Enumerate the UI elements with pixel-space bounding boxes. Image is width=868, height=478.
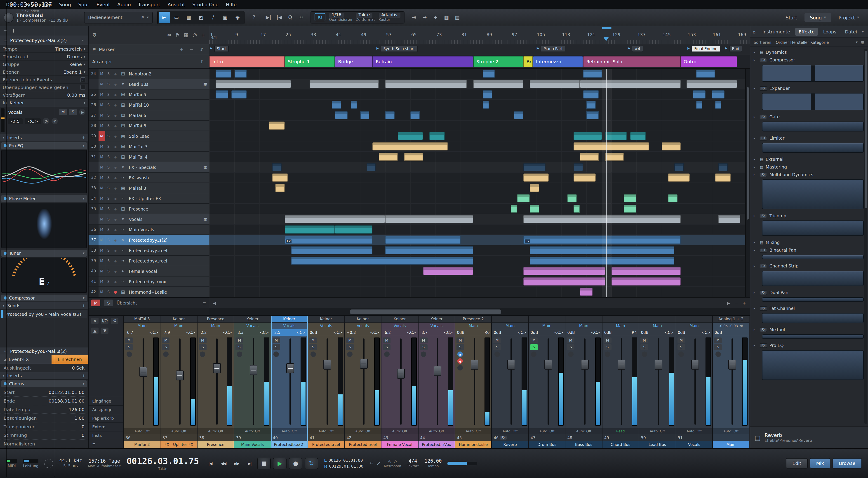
strip-output-label[interactable]: Main	[639, 323, 676, 329]
pan-knob[interactable]	[237, 351, 242, 357]
marker-track-header[interactable]: ⚑ Marker + − ♪	[89, 44, 209, 55]
clip[interactable]	[234, 70, 247, 78]
browser-item-mastering[interactable]: ▸▦Mastering	[750, 163, 868, 171]
clip[interactable]	[379, 153, 398, 161]
track-mute-button[interactable]: M	[98, 131, 105, 141]
mute-button[interactable]: M	[346, 338, 354, 343]
track-mute-button[interactable]: M	[98, 162, 105, 172]
clip[interactable]	[624, 205, 637, 213]
section-outro[interactable]: Outro	[680, 56, 737, 67]
strip-gain-pan[interactable]: -6.7<C>	[124, 329, 160, 336]
solo-button[interactable]: S	[162, 344, 170, 350]
clip[interactable]	[574, 205, 580, 213]
strip-gain-pan[interactable]: -6.2<C>	[381, 329, 418, 336]
fader-handle[interactable]	[655, 359, 662, 369]
track-mute-button[interactable]: M	[98, 214, 105, 224]
zoom-tool-icon[interactable]: Q	[285, 12, 295, 22]
mute-button[interactable]: M	[420, 338, 427, 343]
solo-button[interactable]: S	[236, 344, 243, 350]
clip[interactable]	[275, 184, 285, 192]
automation-mode[interactable]: Auto: Off	[529, 428, 565, 434]
track-row-female-vocal[interactable]: 40MS●≈Female Vocal	[89, 266, 209, 277]
clip[interactable]	[611, 267, 680, 275]
menu-item-song[interactable]: Song	[56, 1, 74, 7]
track-row-maitai-10[interactable]: 26MS●▤MaiTai 10	[89, 100, 209, 110]
clip[interactable]	[483, 101, 489, 109]
grid-icon[interactable]: ▦	[184, 32, 189, 38]
browser-item-binaural-pan[interactable]: ▸FXBinaural Pan	[750, 246, 868, 254]
clip-area[interactable]: FxFx	[209, 69, 750, 297]
browser-item-tricomp[interactable]: ▸FXTricomp	[750, 212, 868, 220]
eraser-tool[interactable]: ◩	[195, 12, 207, 23]
solo-button[interactable]: S	[493, 344, 501, 350]
clip[interactable]	[216, 70, 231, 78]
track-record-button[interactable]: ●	[112, 100, 119, 110]
mute-button[interactable]: M	[125, 338, 133, 343]
clip[interactable]	[715, 101, 721, 109]
goto-end-button[interactable]: ▶|	[244, 459, 255, 468]
mute-button[interactable]: M	[273, 338, 280, 343]
loop-button[interactable]: ↻	[305, 457, 318, 469]
automation-mode[interactable]: Auto: Off	[308, 428, 344, 434]
rack-icon[interactable]: ▤	[453, 12, 462, 22]
strip-gain-pan[interactable]: 0dB<C>	[308, 329, 344, 336]
menu-item-event[interactable]: Event	[93, 1, 113, 7]
track-record-button[interactable]: ●	[112, 121, 119, 131]
mixer-strip-presence[interactable]: PresenceMain-2.2<C>MSAuto: Off38Presence	[197, 316, 234, 448]
track-row-protectedbyy-rcel[interactable]: 38MS●≈Protectedbyy..rcel	[89, 245, 209, 256]
bank-papierkorb[interactable]: Papierkorb	[89, 414, 123, 422]
strip-gain-pan[interactable]: +0.3<C>	[345, 329, 381, 336]
strip-gain-pan[interactable]: -2.5<C>	[271, 329, 308, 336]
track-solo-button[interactable]: S	[105, 79, 112, 89]
add-event-insert-button[interactable]: +	[82, 373, 86, 378]
clip[interactable]	[586, 111, 599, 119]
fader-handle[interactable]	[286, 363, 294, 373]
clip[interactable]	[385, 111, 395, 119]
strip-output-label[interactable]: -0.05-0.03◀)	[713, 323, 749, 329]
mixer-strip-maitai-3[interactable]: MaiTai 3Main-6.7<C>MSAuto: Off36MaiTai 3	[124, 316, 161, 448]
playhead-flag[interactable]	[603, 37, 609, 44]
clip[interactable]	[429, 132, 445, 140]
clip[interactable]	[530, 80, 580, 88]
track-record-button[interactable]: ●	[112, 266, 119, 276]
automation-mode[interactable]: Auto: Off	[381, 428, 418, 434]
automation-mode[interactable]: Auto: Off	[455, 428, 492, 434]
track-row-maitai-5[interactable]: 25MS●▤MaiTai 5	[89, 90, 209, 100]
track-solo-button[interactable]: S	[105, 204, 112, 214]
track-mute-button[interactable]: M	[98, 183, 105, 193]
fader-handle[interactable]	[728, 359, 736, 369]
track-solo-button[interactable]: S	[105, 277, 112, 286]
marker-lane[interactable]: ⚑Start⚑Synth Solo short⚑Piano Part⚑#4⚑Fi…	[209, 44, 750, 55]
track-mute-button[interactable]: M	[98, 287, 105, 297]
mixer-strip-drum-bus[interactable]: Main0dB<C>MSAuto: Off47Drum Bus	[529, 316, 566, 448]
strip-input-label[interactable]	[529, 316, 565, 323]
strip-input-label[interactable]: Analog 1 + 2	[713, 316, 749, 323]
browser-item-mixtool[interactable]: ▸FXMixtool	[750, 326, 868, 333]
track-solo-button[interactable]: S	[105, 245, 112, 255]
mute-button[interactable]: M	[567, 338, 575, 343]
clip[interactable]	[517, 194, 530, 202]
strip-output-label[interactable]: Main	[197, 323, 234, 329]
clip[interactable]	[285, 225, 335, 233]
section-strophe-2[interactable]: Strophe 2	[473, 56, 523, 67]
track-record-button[interactable]: ●	[112, 69, 119, 78]
track-mute-button[interactable]: M	[98, 225, 105, 234]
track-record-button[interactable]: ●	[112, 204, 119, 214]
strip-input-label[interactable]	[492, 316, 528, 323]
monitor-icon[interactable]: ◉	[79, 109, 86, 115]
mixer-strip-lead-bus[interactable]: Main0dB<C>MSAuto: Off50Lead Bus	[639, 316, 676, 448]
zoom-out-button[interactable]: −	[735, 301, 738, 305]
pan-knob[interactable]	[531, 351, 537, 357]
clip[interactable]	[404, 153, 423, 161]
track-row-mai-tai-3[interactable]: 30MS●▤Mai Tai 3	[89, 141, 209, 152]
clip[interactable]	[574, 173, 596, 182]
track-row-maitai-8[interactable]: 28MS●▤MaiTai 8	[89, 121, 209, 131]
track-solo-button[interactable]: S	[105, 110, 112, 120]
range-tool[interactable]: ▭	[171, 12, 182, 23]
automation-mode[interactable]: Auto: Off	[676, 428, 712, 434]
automation-mode[interactable]: Auto: Off	[713, 428, 749, 434]
fader[interactable]	[134, 338, 153, 427]
timesig-display[interactable]: 4/4 Taktart	[407, 458, 419, 469]
clip[interactable]	[385, 80, 467, 88]
macro-icon[interactable]: ≈	[296, 12, 306, 22]
